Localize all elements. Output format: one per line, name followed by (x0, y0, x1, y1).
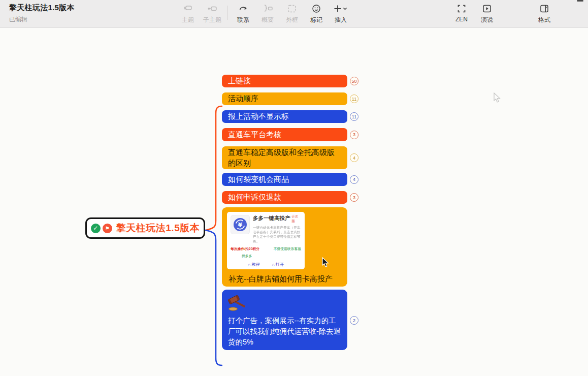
embedded-app-screenshot: ¥ 多多一键高投产 计次版 一键自动化卡高投产开车（开车老手必备）安装后，点击去… (227, 212, 305, 269)
format-panel-icon (539, 3, 549, 15)
home-icon: ⌂ (272, 262, 275, 267)
gavel-icon (228, 295, 246, 311)
branch-badge[interactable]: 50 (350, 77, 358, 85)
toolbar-label: ZEN (455, 16, 468, 23)
mouse-cursor (322, 257, 330, 268)
toolbar-button-insert[interactable]: 插入 (329, 3, 353, 24)
app-title: 多多一键高投产 (253, 215, 290, 222)
branch-node-zhitongche-qubie[interactable]: 直通车稳定高级版和全托高级版的区别 (222, 146, 347, 169)
branch-brace-connector (202, 105, 222, 368)
tutorial-button[interactable]: ⌂ 教程 (248, 262, 259, 267)
toolbar-button-relationship[interactable]: 联系 (231, 3, 255, 24)
toolbar-label: 演说 (481, 16, 493, 24)
format-toolbar: 格式 (532, 3, 557, 24)
branch-badge[interactable]: 4 (350, 175, 358, 184)
app-description: 一键自动化卡高投产开车（开车老手必备）安装后，点击去高投产在定十个类目即可传播定… (253, 225, 301, 243)
relationship-icon (238, 3, 248, 15)
root-topic-node[interactable]: ✓ ⚑ 擎天柱玩法1.5版本 (85, 217, 205, 239)
branch-label: 报上活动不显示标 (228, 112, 289, 121)
branch-badge[interactable]: 11 (350, 95, 358, 103)
task-done-marker-icon[interactable]: ✓ (91, 224, 101, 233)
branch-node-buchong-gaotouchan[interactable]: ¥ 多多一键高投产 计次版 一键自动化卡高投产开车（开车老手必备）安装后，点击去… (222, 207, 347, 287)
app-edition-tag: 计次版 (292, 214, 302, 224)
presentation-play-icon (482, 3, 492, 15)
zen-brackets-icon (456, 3, 467, 15)
app-window: 擎天柱玩法1.5版本 已编辑 主题 子主题 (0, 0, 588, 376)
branch-node-liebian-shangpin[interactable]: 如何裂变机会商品 (222, 173, 347, 186)
svg-text:¥: ¥ (238, 222, 243, 229)
title-bar: 擎天柱玩法1.5版本 已编辑 主题 子主题 (0, 0, 588, 28)
toolbar-label: 子主题 (203, 16, 221, 24)
platform-label: 拼多多 (242, 254, 301, 259)
smiley-marker-icon (311, 3, 321, 15)
branch-node-shanglianjie[interactable]: 上链接 (222, 75, 347, 87)
tutorial-button-label: 教程 (252, 262, 260, 267)
toolbar-button-present[interactable]: 演说 (474, 3, 500, 24)
branch-badge[interactable]: 3 (350, 193, 358, 202)
ghost-cursor (494, 92, 502, 103)
service-note: 不懂使用联系客服 (274, 246, 301, 252)
toolbar-label: 概要 (262, 16, 274, 24)
home-icon: ⌂ (248, 262, 250, 267)
open-button[interactable]: ⌂ 打开 (272, 262, 284, 267)
toolbar-divider (227, 6, 228, 20)
branch-node-baoshang-huodong[interactable]: 报上活动不显示标 (222, 110, 347, 123)
toolbar-label: 格式 (538, 16, 550, 24)
document-status: 已编辑 (9, 15, 75, 24)
toolbar-label: 插入 (335, 16, 347, 24)
ad-node-text: 打个广告，案例展示--有实力的工厂可以找我们纯佣代运营收-除去退货的5% (228, 316, 341, 348)
red-flag-marker-icon[interactable]: ⚑ (103, 224, 112, 233)
insert-plus-icon (333, 3, 348, 15)
subtopic-icon (207, 3, 217, 15)
toolbar-label: 主题 (182, 16, 194, 24)
image-node-caption: 补充--白牌店铺如何用卡高投产 (228, 274, 333, 284)
boundary-icon (287, 3, 297, 15)
toolbar-label: 联系 (237, 16, 249, 24)
toolbar-button-topic[interactable]: 主题 (176, 3, 200, 24)
document-title: 擎天柱玩法1.5版本 (9, 3, 75, 13)
summary-icon (262, 3, 273, 15)
branch-badge[interactable]: 2 (350, 316, 358, 325)
branch-node-ad-case[interactable]: 打个广告，案例展示--有实力的工厂可以找我们纯佣代运营收-除去退货的5% (222, 290, 347, 350)
right-toolbar: ZEN 演说 (449, 3, 500, 24)
branch-label: 如何申诉仅退款 (228, 193, 281, 202)
toolbar-button-marker[interactable]: 标记 (304, 3, 329, 24)
app-icon: ¥ (231, 215, 250, 234)
toolbar-button-format[interactable]: 格式 (532, 3, 557, 24)
branch-node-shensu-tuikuan[interactable]: 如何申诉仅退款 (222, 191, 347, 204)
main-toolbar: 主题 子主题 联系 (176, 3, 353, 24)
toolbar-button-boundary[interactable]: 外框 (280, 3, 304, 24)
branch-label: 如何裂变机会商品 (228, 175, 289, 184)
branch-label: 直通车稳定高级版和全托高级版的区别 (228, 147, 341, 168)
open-button-label: 打开 (276, 262, 284, 267)
branch-node-huodong-shunxu[interactable]: 活动顺序 (222, 92, 347, 105)
window-minimize-dash[interactable] (577, 0, 583, 2)
branch-badge[interactable]: 11 (350, 112, 358, 121)
mindmap-canvas[interactable]: ✓ ⚑ 擎天柱玩法1.5版本 上链接 活动顺序 报上活动不显示标 直通车平台考核… (0, 28, 588, 376)
root-topic-label: 擎天柱玩法1.5版本 (116, 222, 200, 235)
branch-label: 上链接 (228, 76, 251, 86)
toolbar-button-zen[interactable]: ZEN (449, 3, 474, 24)
toolbar-button-subtopic[interactable]: 子主题 (200, 3, 224, 24)
price-note: 每次操作/扣20积分 (231, 246, 259, 252)
branch-label: 活动顺序 (228, 94, 258, 104)
branch-node-zhitongche-kaohe[interactable]: 直通车平台考核 (222, 128, 347, 141)
branch-label: 直通车平台考核 (228, 130, 281, 140)
toolbar-button-summary[interactable]: 概要 (255, 3, 280, 24)
toolbar-label: 外框 (286, 16, 298, 24)
document-title-block: 擎天柱玩法1.5版本 已编辑 (9, 3, 75, 24)
branch-badge[interactable]: 4 (350, 153, 358, 162)
toolbar-label: 标记 (310, 16, 322, 24)
topic-icon (183, 3, 193, 15)
branch-badge[interactable]: 3 (350, 131, 358, 139)
